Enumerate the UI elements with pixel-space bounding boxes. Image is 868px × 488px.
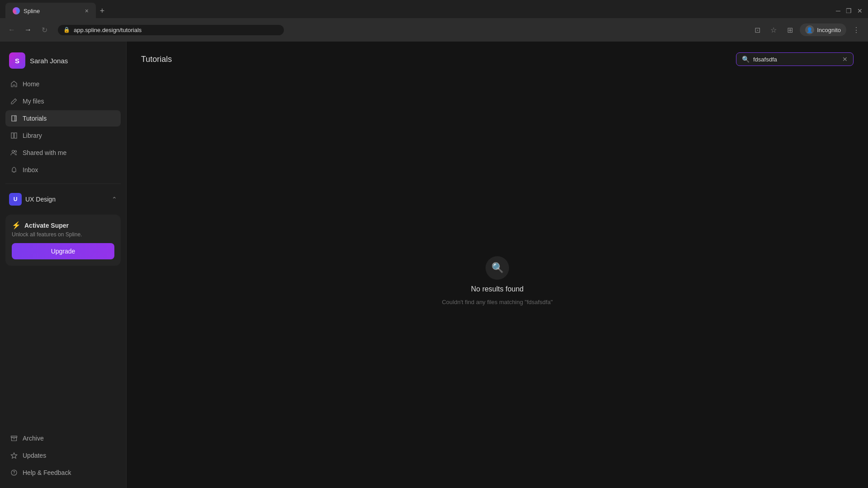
empty-title: No results found — [471, 285, 524, 293]
forward-button[interactable]: → — [22, 23, 34, 36]
main-header: Tutorials 🔍 ✕ — [127, 42, 868, 73]
search-input[interactable] — [753, 56, 839, 63]
upgrade-title: Activate Super — [24, 222, 69, 229]
star-icon — [10, 451, 18, 460]
library-icon — [10, 131, 18, 140]
bell-icon — [10, 166, 18, 174]
upgrade-button[interactable]: Upgrade — [12, 243, 114, 259]
sidebar: S Sarah Jonas Home My files — [0, 42, 127, 488]
search-icon: 🔍 — [742, 56, 750, 63]
upgrade-header: ⚡ Activate Super — [12, 221, 114, 230]
user-name: Sarah Jonas — [30, 57, 68, 65]
sidebar-item-label: Archive — [23, 435, 44, 442]
lightning-icon: ⚡ — [12, 221, 21, 230]
sidebar-item-label: Tutorials — [23, 115, 47, 122]
nav-section: Home My files Tutorials — [0, 76, 126, 178]
sidebar-item-updates[interactable]: Updates — [5, 447, 121, 464]
reload-button[interactable]: ↻ — [38, 23, 51, 36]
cast-icon[interactable]: ⊡ — [751, 23, 764, 36]
back-button[interactable]: ← — [5, 23, 18, 36]
sidebar-item-label: Shared with me — [23, 149, 66, 156]
upgrade-section: ⚡ Activate Super Unlock all features on … — [5, 215, 121, 266]
browser-tab[interactable]: Spline × — [5, 3, 96, 19]
incognito-label: Incognito — [817, 27, 841, 33]
upgrade-description: Unlock all features on Spline. — [12, 231, 114, 238]
avatar: S — [9, 52, 25, 69]
empty-state: 🔍 No results found Couldn't find any fil… — [127, 73, 868, 488]
sidebar-item-library[interactable]: Library — [5, 127, 121, 144]
book-icon — [10, 114, 18, 122]
sidebar-item-my-files[interactable]: My files — [5, 93, 121, 109]
bookmark-icon[interactable]: ☆ — [767, 23, 780, 36]
sidebar-item-label: Home — [23, 80, 39, 88]
lock-icon: 🔒 — [63, 27, 70, 33]
address-bar[interactable]: 🔒 app.spline.design/tutorials — [58, 25, 284, 35]
sidebar-item-label: Updates — [23, 452, 46, 459]
tab-favicon — [13, 7, 20, 14]
nav-actions: ⊡ ☆ ⊞ 👤 Incognito ⋮ — [751, 23, 863, 36]
menu-icon[interactable]: ⋮ — [850, 23, 863, 36]
tab-title: Spline — [24, 8, 40, 14]
workspace-info[interactable]: U UX Design — [9, 193, 56, 206]
search-bar[interactable]: 🔍 ✕ — [736, 52, 854, 66]
svg-point-6 — [14, 474, 14, 474]
sidebar-item-inbox[interactable]: Inbox — [5, 162, 121, 178]
svg-point-2 — [12, 150, 14, 153]
sidebar-item-shared[interactable]: Shared with me — [5, 145, 121, 161]
incognito-avatar: 👤 — [805, 25, 814, 34]
sidebar-divider — [5, 183, 121, 184]
workspace-header: U UX Design ⌃ — [0, 189, 126, 209]
incognito-button[interactable]: 👤 Incognito — [800, 23, 846, 36]
archive-icon — [10, 434, 18, 442]
maximize-button[interactable]: ❐ — [846, 7, 852, 14]
sidebar-icon[interactable]: ⊞ — [783, 23, 796, 36]
sidebar-item-label: Help & Feedback — [23, 469, 71, 476]
sidebar-bottom: Archive Updates Help & F — [0, 430, 126, 481]
svg-point-3 — [15, 150, 17, 152]
nav-bar: ← → ↻ 🔒 app.spline.design/tutorials ⊡ ☆ … — [0, 18, 868, 42]
user-header: S Sarah Jonas — [0, 49, 126, 76]
url-display: app.spline.design/tutorials — [74, 27, 142, 33]
collapse-icon[interactable]: ⌃ — [112, 196, 117, 203]
sidebar-item-label: Library — [23, 132, 42, 139]
main-content: Tutorials 🔍 ✕ 🔍 No results found Couldn'… — [127, 42, 868, 488]
empty-description: Couldn't find any files matching "fdsafs… — [442, 299, 552, 305]
sidebar-item-help[interactable]: Help & Feedback — [5, 465, 121, 481]
app-container: S Sarah Jonas Home My files — [0, 42, 868, 488]
empty-search-icon: 🔍 — [486, 256, 509, 280]
title-bar: Spline × + ─ ❐ ✕ — [0, 0, 868, 18]
sidebar-item-label: Inbox — [23, 166, 38, 174]
sidebar-item-tutorials[interactable]: Tutorials — [5, 110, 121, 127]
users-icon — [10, 149, 18, 157]
tab-close-button[interactable]: × — [85, 7, 89, 14]
edit-icon — [10, 97, 18, 105]
page-title: Tutorials — [141, 55, 172, 64]
workspace-avatar: U — [9, 193, 22, 206]
close-window-button[interactable]: ✕ — [857, 7, 863, 14]
new-tab-button[interactable]: + — [96, 5, 108, 17]
sidebar-item-label: My files — [23, 98, 44, 105]
window-controls: ─ ❐ ✕ — [836, 7, 863, 14]
minimize-button[interactable]: ─ — [836, 7, 840, 14]
svg-rect-1 — [14, 133, 17, 138]
help-icon — [10, 469, 18, 477]
sidebar-item-home[interactable]: Home — [5, 76, 121, 92]
workspace-name: UX Design — [25, 196, 56, 203]
search-bar-container: 🔍 ✕ — [736, 52, 854, 66]
home-icon — [10, 80, 18, 88]
svg-rect-0 — [11, 133, 14, 138]
browser-chrome: Spline × + ─ ❐ ✕ ← → ↻ 🔒 app.spline.desi… — [0, 0, 868, 42]
sidebar-item-archive[interactable]: Archive — [5, 430, 121, 446]
search-clear-button[interactable]: ✕ — [842, 56, 848, 63]
